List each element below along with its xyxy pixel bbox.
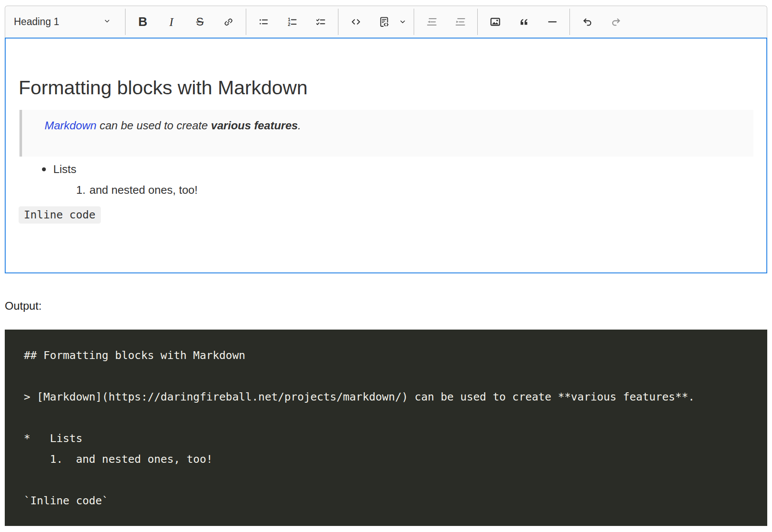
chevron-down-icon [399, 19, 406, 25]
editor-content[interactable]: Formatting blocks with Markdown Markdown… [5, 38, 767, 273]
image-icon [489, 16, 501, 28]
link-button[interactable] [216, 10, 241, 34]
toolbar-separator [477, 9, 478, 35]
nested-list-marker: 1. [76, 183, 86, 196]
outdent-button[interactable] [419, 10, 444, 34]
toolbar-separator [569, 9, 570, 35]
inline-code-paragraph: Inline code [19, 208, 753, 221]
bulleted-list-icon [258, 16, 269, 28]
heading-dropdown-value: Heading 1 [14, 16, 59, 28]
insert-image-button[interactable] [482, 10, 508, 34]
redo-icon [610, 16, 622, 28]
inline-code-icon [350, 16, 362, 28]
undo-icon [582, 16, 593, 28]
horizontal-line-icon [547, 16, 558, 28]
todo-list-button[interactable] [308, 10, 333, 34]
code-block-dropdown-button[interactable] [396, 10, 409, 34]
quote-text: can be used to create [96, 119, 211, 132]
bulleted-list-button[interactable] [251, 10, 276, 34]
nested-list-item: 1.and nested ones, too! [76, 183, 753, 197]
outdent-icon [426, 16, 437, 28]
block-quote: Markdown can be used to create various f… [19, 110, 753, 157]
indent-icon [454, 16, 466, 28]
inline-code-button[interactable] [343, 10, 368, 34]
horizontal-line-button[interactable] [540, 10, 565, 34]
code-block-icon [378, 16, 390, 28]
nested-list-text: and nested ones, too! [90, 183, 198, 196]
code-block-button[interactable] [372, 10, 397, 34]
block-quote-icon [518, 16, 530, 28]
chevron-down-icon [103, 17, 111, 26]
bold-button[interactable]: B [130, 10, 155, 34]
redo-button[interactable] [603, 10, 628, 34]
list-item: Lists 1.and nested ones, too! [19, 162, 753, 197]
svg-text:2: 2 [288, 22, 290, 26]
numbered-list-button[interactable]: 1 2 [280, 10, 305, 34]
heading-dropdown[interactable]: Heading 1 [9, 10, 117, 34]
editor-toolbar: Heading 1 B I S [5, 6, 767, 38]
strikethrough-button[interactable]: S [187, 10, 212, 34]
markdown-link[interactable]: Markdown [45, 119, 96, 132]
link-icon [223, 16, 234, 28]
markdown-output-block: ## Formatting blocks with Markdown > [Ma… [5, 330, 767, 526]
toolbar-separator [246, 9, 246, 35]
rich-text-editor: Heading 1 B I S [5, 6, 767, 273]
numbered-list-icon: 1 2 [286, 16, 298, 28]
bold-icon: B [138, 15, 148, 29]
list-item-text: Lists [53, 163, 76, 176]
todo-list-icon [315, 16, 326, 28]
quote-bold-text: various features [211, 119, 298, 132]
output-label: Output: [5, 300, 767, 311]
indent-button[interactable] [447, 10, 473, 34]
page: Heading 1 B I S [0, 0, 772, 526]
italic-button[interactable]: I [159, 10, 184, 34]
toolbar-separator [125, 9, 125, 35]
bulleted-list: Lists 1.and nested ones, too! [19, 162, 753, 197]
undo-button[interactable] [575, 10, 600, 34]
toolbar-separator [414, 9, 414, 35]
quote-period: . [298, 119, 301, 132]
inline-code: Inline code [19, 206, 101, 224]
document-title: Formatting blocks with Markdown [19, 77, 753, 98]
block-quote-button[interactable] [511, 10, 536, 34]
toolbar-separator [338, 9, 338, 35]
strikethrough-icon: S [196, 15, 203, 29]
italic-icon: I [169, 15, 173, 29]
